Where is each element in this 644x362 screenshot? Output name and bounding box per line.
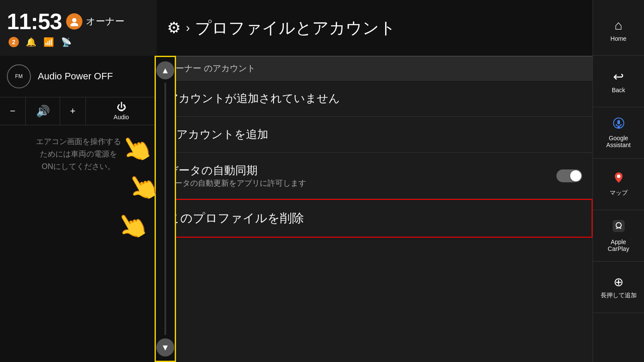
add-account-item[interactable]: + アカウントを追加 [157, 117, 592, 153]
svg-rect-7 [613, 220, 625, 232]
header-left-column: 11:53 オーナー 2 🔔 📶 📡 [7, 9, 125, 47]
volume-minus-button[interactable]: − [0, 97, 26, 125]
scroll-track [164, 83, 166, 335]
nav-back[interactable]: ↩ Back [593, 56, 644, 107]
delete-profile-text: このプロファイルを削除 [168, 210, 304, 226]
add-label: 長押して追加 [601, 292, 637, 299]
sync-item[interactable]: データの自動同期 データの自動更新をアプリに許可します [157, 153, 592, 199]
volume-icon: 🔊 [26, 97, 60, 125]
no-account-text: アカウントが追加されていません [167, 91, 340, 106]
svg-rect-3 [617, 120, 620, 124]
home-label: Home [611, 35, 626, 42]
nav-carplay[interactable]: AppleCarPlay [593, 210, 644, 262]
top-row: 11:53 オーナー [7, 9, 125, 34]
back-icon: ↩ [613, 69, 624, 84]
nav-add[interactable]: ⊕ 長押して追加 [593, 262, 644, 313]
assistant-label: GoogleAssistant [606, 135, 631, 148]
user-name: オーナー [86, 15, 125, 28]
svg-point-0 [72, 18, 76, 22]
audio-power-label: Audio Power OFF [38, 71, 113, 82]
carplay-label: AppleCarPlay [608, 238, 629, 252]
status-area: 11:53 オーナー 2 🔔 📶 📡 [0, 0, 157, 56]
svg-point-1 [70, 23, 78, 26]
bottom-row: 2 🔔 📶 📡 [7, 37, 125, 47]
main-content: オーナー のアカウント アカウントが追加されていません + アカウントを追加 デ… [157, 56, 592, 362]
map-label: マップ [610, 189, 628, 197]
settings-gear-icon: ⚙ [167, 19, 181, 37]
svg-point-6 [617, 175, 620, 178]
volume-plus-button[interactable]: + [60, 97, 86, 125]
section-header: オーナー のアカウント [157, 57, 592, 81]
breadcrumb-separator: › [186, 21, 190, 35]
title-area: ⚙ › プロファイルとアカウント [157, 17, 644, 39]
time-display: 11:53 [7, 9, 62, 34]
notification-badge: 2 [9, 37, 19, 47]
mute-icon: 🔔 [26, 37, 36, 47]
sync-title: データの自動同期 [167, 163, 306, 178]
scroll-arrows-panel: ▲ ▼ [155, 56, 176, 362]
sync-row: データの自動同期 データの自動更新をアプリに許可します [167, 163, 582, 188]
audio-button-label: Audio [114, 114, 129, 121]
wifi-icon: 📡 [61, 37, 72, 47]
signal-icon: 📶 [43, 37, 54, 47]
content-list: オーナー のアカウント アカウントが追加されていません + アカウントを追加 デ… [157, 57, 592, 362]
radio-fm-icon[interactable]: FM [7, 64, 31, 88]
header-bar: 11:53 オーナー 2 🔔 📶 📡 ⚙ [0, 0, 644, 56]
sync-subtitle: データの自動更新をアプリに許可します [167, 178, 306, 188]
audio-power-button[interactable]: ⏻ Audio [86, 97, 157, 125]
sync-toggle[interactable] [556, 169, 582, 182]
scroll-up-icon[interactable]: ▲ [156, 61, 174, 79]
sync-text-group: データの自動同期 データの自動更新をアプリに許可します [167, 163, 306, 188]
home-icon: ⌂ [614, 18, 622, 33]
delete-profile-item[interactable]: このプロファイルを削除 [157, 199, 592, 238]
nav-map[interactable]: マップ [593, 159, 644, 210]
page-title: プロファイルとアカウント [195, 17, 396, 39]
toggle-container [556, 169, 582, 182]
nav-home[interactable]: ⌂ Home [593, 4, 644, 56]
volume-row: − 🔊 + ⏻ Audio [0, 97, 157, 125]
map-icon [613, 172, 625, 187]
user-info: オーナー [66, 13, 125, 30]
scroll-down-icon[interactable]: ▼ [156, 338, 174, 356]
back-label: Back [612, 87, 625, 94]
add-account-text: + アカウントを追加 [167, 127, 268, 142]
power-icon: ⏻ [117, 102, 126, 113]
google-mic-icon [613, 117, 625, 132]
carplay-icon [612, 219, 626, 236]
no-account-item: アカウントが追加されていません [157, 81, 592, 117]
right-nav: ⌂ Home ↩ Back GoogleAssistant マップ [592, 0, 644, 362]
nav-assistant[interactable]: GoogleAssistant [593, 107, 644, 159]
audio-power-row: FM Audio Power OFF [0, 56, 157, 97]
add-icon: ⊕ [614, 275, 623, 289]
avatar [66, 13, 82, 30]
toggle-knob [570, 170, 581, 181]
